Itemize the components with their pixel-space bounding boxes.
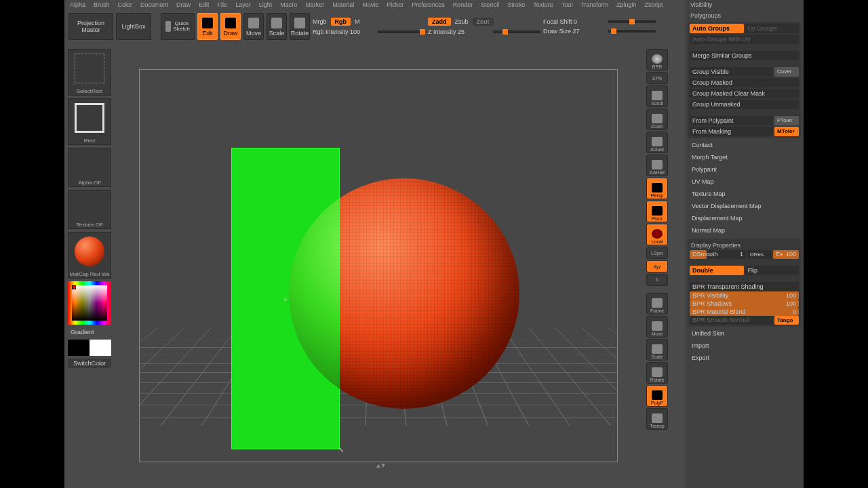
draw-size-slider[interactable] (608, 30, 656, 33)
dock-move-button[interactable]: Move (646, 316, 668, 338)
menu-tool[interactable]: Tool (561, 1, 573, 8)
bpr-button[interactable]: BPR (646, 49, 668, 70)
menu-marker[interactable]: Marker (305, 1, 324, 8)
polygroups-header[interactable]: Polygroups (688, 11, 801, 20)
dock-rotate-button[interactable]: Rotate (646, 362, 668, 384)
spix-button[interactable]: SPix (646, 72, 668, 84)
move-button[interactable]: Move (243, 13, 264, 40)
unified-skin-header[interactable]: Unified Skin (688, 328, 801, 339)
polypaint-header[interactable]: Polypaint (688, 164, 801, 175)
bpr-material-slider[interactable]: BPR Material Blend0 (690, 308, 799, 316)
transp-button[interactable]: Transp (646, 408, 668, 430)
morph-target-header[interactable]: Morph Target (688, 152, 801, 163)
disp-map-header[interactable]: Displacement Map (688, 213, 801, 224)
focal-shift-slider[interactable] (608, 20, 656, 23)
normal-map-header[interactable]: Normal Map (688, 225, 801, 236)
viewport[interactable]: + ⤡ (139, 69, 618, 462)
mtoler-button[interactable]: MToler (774, 127, 799, 136)
bpr-trans-button[interactable]: BPR Transparent Shading (690, 282, 799, 291)
bpr-shadows-slider[interactable]: BPR Shadows100 (690, 300, 799, 308)
menu-zscript[interactable]: Zscript (645, 1, 663, 8)
import-header[interactable]: Import (688, 340, 801, 351)
menu-alpha[interactable]: Alpha (70, 1, 85, 8)
swatch-primary[interactable] (68, 340, 90, 356)
switch-color-button[interactable]: SwitchColor (68, 359, 111, 368)
gradient-toggle[interactable]: Gradient (68, 327, 111, 337)
menu-document[interactable]: Document (140, 1, 168, 8)
cover-button[interactable]: Cover (774, 67, 799, 77)
z-intensity-slider[interactable] (493, 30, 540, 33)
visibility-header[interactable]: Visibility (688, 0, 801, 9)
dsmooth-slider[interactable]: DSmooth1 (690, 250, 746, 259)
edit-button[interactable]: Edit (197, 13, 218, 40)
double-button[interactable]: Double (690, 266, 744, 275)
menu-macro[interactable]: Macro (280, 1, 297, 8)
m-button[interactable]: M (355, 18, 360, 25)
bpr-smooth-slider[interactable]: BPR Smooth Normal (690, 316, 773, 325)
menu-zplugin[interactable]: Zplugin (616, 1, 637, 8)
zsub-button[interactable]: Zsub (455, 18, 469, 25)
texture-slot[interactable]: Texture Off (68, 190, 111, 229)
quick-sketch-button[interactable]: Quick Sketch (161, 13, 195, 40)
es-slider[interactable]: Es100 (773, 250, 799, 259)
menu-texture[interactable]: Texture (533, 1, 553, 8)
aahalf-button[interactable]: AAHalf (646, 155, 668, 176)
auto-groups-button[interactable]: Auto Groups (690, 24, 744, 33)
display-props-header[interactable]: Display Properties (690, 241, 799, 250)
menu-render[interactable]: Render (453, 1, 473, 8)
menu-movie[interactable]: Movie (362, 1, 378, 8)
scroll-button[interactable]: Scroll (646, 85, 668, 107)
group-masked-button[interactable]: Group Masked (690, 78, 799, 87)
select-rect-brush[interactable]: SelectRect (68, 49, 111, 96)
dock-scale-button[interactable]: Scale (646, 339, 668, 361)
merge-similar-button[interactable]: Merge Similar Groups (690, 51, 799, 60)
flip-button[interactable]: Flip (745, 266, 800, 275)
rect-stroke[interactable]: Rect (68, 98, 111, 145)
menu-draw[interactable]: Draw (176, 1, 191, 8)
group-visible-button[interactable]: Group Visible (690, 67, 773, 77)
frame-button[interactable]: Frame (646, 293, 668, 314)
bpr-visibility-slider[interactable]: BPR Visibility100 (690, 291, 799, 300)
group-masked-clear-button[interactable]: Group Masked Clear Mask (690, 89, 799, 98)
actual-button[interactable]: Actual (646, 131, 668, 153)
persp-button[interactable]: Persp (646, 178, 668, 199)
draw-button[interactable]: Draw (220, 13, 241, 40)
from-polypaint-button[interactable]: From Polypaint (690, 116, 773, 125)
zcut-button[interactable]: Zcut (473, 18, 494, 26)
menu-file[interactable]: File (218, 1, 228, 8)
zadd-button[interactable]: Zadd (428, 18, 451, 26)
menu-preferences[interactable]: Preferences (412, 1, 445, 8)
lsym-button[interactable]: LSym (646, 247, 668, 259)
rgb-button[interactable]: Rgb (331, 18, 351, 26)
canvas-resize-icon[interactable]: ▲▼ (375, 462, 384, 469)
vdisp-map-header[interactable]: Vector Displacement Map (688, 201, 801, 211)
mrgb-button[interactable]: Mrgb (313, 18, 327, 25)
uv-groups-button[interactable]: Uv Groups (745, 24, 800, 33)
menu-picker[interactable]: Picker (387, 1, 403, 8)
auto-groups-uv-button[interactable]: Auto Groups With UV (690, 35, 799, 44)
group-unmasked-button[interactable]: Group Unmasked (690, 100, 799, 109)
from-masking-button[interactable]: From Masking (690, 127, 773, 136)
local-button[interactable]: Local (646, 224, 668, 245)
contact-header[interactable]: Contact (688, 140, 801, 150)
menu-transform[interactable]: Transform (580, 1, 608, 8)
rotate-button[interactable]: Rotate (290, 13, 310, 40)
menu-color[interactable]: Color (118, 1, 133, 8)
menu-layer[interactable]: Layer (235, 1, 251, 8)
dres-button[interactable]: DRes (747, 250, 772, 259)
xyz-button[interactable]: Xyz (646, 260, 668, 272)
color-picker[interactable] (68, 281, 111, 325)
material-slot[interactable]: MatCap Red Wa (68, 232, 111, 279)
scale-button[interactable]: Scale (267, 13, 287, 40)
rgb-intensity-slider[interactable] (378, 30, 425, 33)
tango-button[interactable]: Tango (774, 316, 799, 325)
menu-brush[interactable]: Brush (94, 1, 110, 8)
menu-stroke[interactable]: Stroke (507, 1, 525, 8)
menu-light[interactable]: Light (259, 1, 273, 8)
export-header[interactable]: Export (688, 352, 801, 363)
alpha-slot[interactable]: Alpha Off (68, 148, 111, 187)
menu-stencil[interactable]: Stencil (481, 1, 499, 8)
floor-button[interactable]: Floor (646, 201, 668, 222)
menu-material[interactable]: Material (332, 1, 354, 8)
lightbox-button[interactable]: LightBox (116, 13, 151, 40)
